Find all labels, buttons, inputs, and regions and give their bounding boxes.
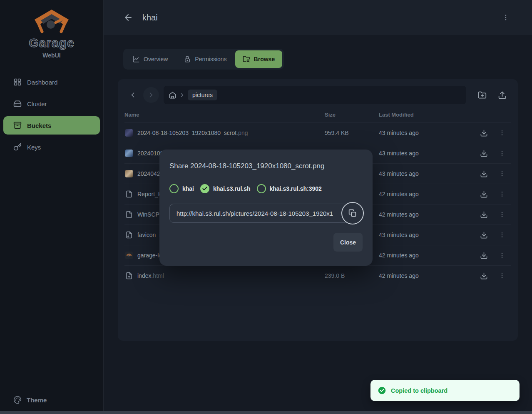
dashboard-grid-icon [13, 78, 22, 86]
sidebar-nav: Dashboard Cluster Buckets Keys [0, 73, 103, 156]
radio-label: khai [182, 185, 194, 192]
back-button[interactable] [123, 12, 133, 22]
modal-title: Share 2024-08-18-105203_1920x1080_scrot.… [169, 162, 363, 170]
table-row[interactable]: 2024-08-18-105203_1920x1080_scrot.png 95… [124, 122, 511, 143]
download-button[interactable] [475, 124, 493, 142]
radio-label: khai.s3.rul.sh [213, 185, 250, 192]
column-header-name: Name [124, 112, 325, 118]
table-row[interactable]: index.html 239.0 B 42 minutes ago [124, 265, 511, 286]
toast-message: Copied to clipboard [391, 387, 447, 394]
image-thumbnail-1 [125, 129, 133, 137]
radio-unchecked-icon [257, 184, 266, 193]
upload-button[interactable] [493, 86, 511, 104]
tab-label: Browse [254, 56, 275, 62]
file-name: index.html [137, 272, 164, 279]
app-subtitle: WebUI [42, 52, 60, 59]
file-text-icon [125, 272, 133, 279]
sidebar-item-dashboard[interactable]: Dashboard [3, 73, 100, 91]
file-modified: 42 minutes ago [379, 211, 475, 218]
tab-browse[interactable]: Browse [235, 50, 283, 68]
row-menu-button[interactable] [493, 246, 511, 264]
history-back-button[interactable] [124, 86, 141, 104]
garage-logo-icon [33, 8, 70, 34]
breadcrumb-segment-pictures[interactable]: pictures [188, 90, 217, 100]
tab-overview[interactable]: Overview [125, 50, 175, 68]
download-button[interactable] [475, 165, 493, 183]
success-check-icon [378, 386, 386, 395]
horizontal-scrollbar[interactable] [0, 411, 532, 414]
file-modified: 43 minutes ago [379, 232, 475, 238]
key-icon [13, 143, 22, 151]
garage-logo-thumbnail [125, 252, 133, 259]
app-title: Garage [29, 36, 74, 50]
sidebar-item-label: Dashboard [27, 79, 57, 86]
row-menu-button[interactable] [493, 124, 511, 142]
new-folder-button[interactable] [473, 86, 491, 104]
radio-option-khai[interactable]: khai [169, 184, 194, 193]
sidebar-item-cluster[interactable]: Cluster [3, 95, 100, 113]
share-url-input[interactable] [169, 204, 353, 223]
bucket-archive-icon [13, 121, 22, 130]
file-modified: 43 minutes ago [379, 170, 475, 177]
folder-search-icon [243, 55, 250, 63]
file-size: 239.0 B [325, 272, 379, 279]
download-button[interactable] [475, 205, 493, 224]
download-button[interactable] [475, 185, 493, 203]
download-button[interactable] [475, 226, 493, 244]
page-header: khai [104, 0, 532, 35]
browser-toolbar: pictures [124, 86, 511, 104]
download-button[interactable] [475, 246, 493, 264]
radio-unchecked-icon [169, 184, 179, 193]
row-menu-button[interactable] [493, 267, 511, 285]
app-logo: Garage WebUI [0, 0, 103, 59]
header-menu-button[interactable] [500, 12, 511, 23]
palette-icon [13, 396, 22, 404]
copy-url-button[interactable] [341, 202, 364, 224]
theme-label: Theme [27, 397, 47, 404]
tab-permissions[interactable]: Permissions [176, 50, 234, 68]
radio-option-khai-s3-3902[interactable]: khai.s3.rul.sh:3902 [257, 184, 322, 193]
column-header-size: Size [325, 112, 379, 118]
sidebar-item-buckets[interactable]: Buckets [3, 116, 100, 135]
lock-icon [184, 55, 191, 63]
download-button[interactable] [475, 267, 493, 285]
row-menu-button[interactable] [493, 226, 511, 244]
file-modified: 42 minutes ago [379, 252, 475, 259]
chevron-right-icon [179, 92, 185, 98]
tab-label: Overview [144, 56, 168, 62]
file-name: garage-lo [137, 252, 162, 259]
download-button[interactable] [475, 144, 493, 162]
theme-button[interactable]: Theme [3, 392, 100, 408]
row-menu-button[interactable] [493, 144, 511, 162]
sidebar-item-label: Buckets [27, 122, 51, 129]
row-menu-button[interactable] [493, 205, 511, 224]
file-name: 2024-08-18-105203_1920x1080_scrot.png [137, 130, 248, 136]
share-modal: Share 2024-08-18-105203_1920x1080_scrot.… [159, 150, 373, 266]
row-menu-button[interactable] [493, 165, 511, 183]
table-header: Name Size Last Modified [124, 107, 511, 122]
close-button[interactable]: Close [333, 233, 363, 252]
image-thumbnail-3 [125, 170, 133, 177]
radio-option-khai-s3[interactable]: khai.s3.rul.sh [200, 184, 250, 193]
file-size: 959.4 KB [325, 130, 379, 136]
file-icon [125, 211, 133, 218]
sidebar: Garage WebUI Dashboard Cluster Buckets [0, 0, 104, 414]
bucket-tabs: Overview Permissions Browse [123, 49, 284, 70]
file-modified: 43 minutes ago [379, 130, 475, 136]
radio-checked-icon [200, 184, 209, 193]
sidebar-item-keys[interactable]: Keys [3, 138, 100, 156]
file-modified: 43 minutes ago [379, 150, 475, 157]
file-modified: 42 minutes ago [379, 272, 475, 279]
history-forward-button[interactable] [143, 86, 159, 104]
column-header-modified: Last Modified [379, 112, 475, 118]
page-title: khai [142, 13, 158, 22]
row-menu-button[interactable] [493, 185, 511, 203]
tab-label: Permissions [195, 56, 226, 62]
home-icon[interactable] [169, 91, 177, 99]
file-archive-icon [125, 231, 133, 239]
file-name: Report_K [137, 191, 162, 197]
domain-options: khai khai.s3.rul.sh khai.s3.rul.sh:3902 [169, 184, 363, 193]
image-thumbnail-2 [125, 150, 133, 157]
toast-notification: Copied to clipboard [370, 380, 520, 401]
file-modified: 42 minutes ago [379, 191, 475, 197]
